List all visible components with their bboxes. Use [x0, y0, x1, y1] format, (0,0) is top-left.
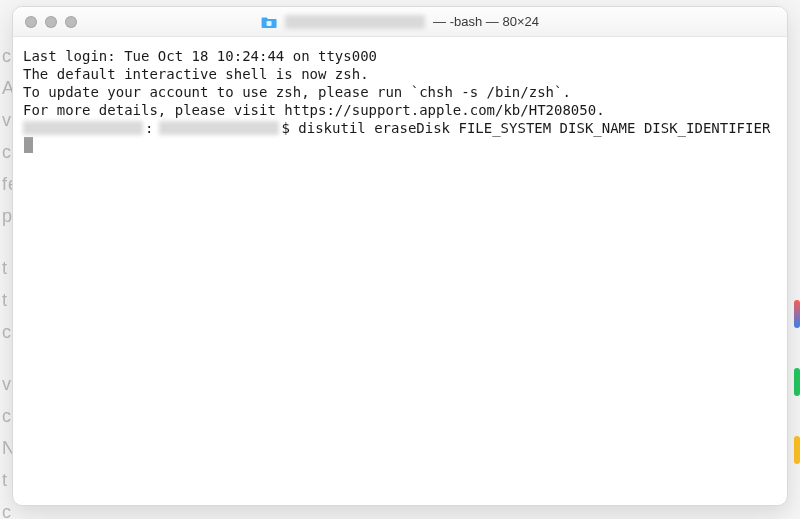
window-title: — -bash — 80×24 — [261, 14, 539, 29]
minimize-icon[interactable] — [45, 16, 57, 28]
close-icon[interactable] — [25, 16, 37, 28]
zoom-icon[interactable] — [65, 16, 77, 28]
path-redacted — [159, 121, 279, 135]
last-login-line: Last login: Tue Oct 18 10:24:44 on ttys0… — [23, 47, 777, 65]
zsh-notice-line: The default interactive shell is now zsh… — [23, 65, 777, 83]
command-text: diskutil eraseDisk FILE_SYSTEM DISK_NAME… — [290, 119, 770, 137]
prompt-line: :$ diskutil eraseDisk FILE_SYSTEM DISK_N… — [23, 119, 777, 153]
terminal-body[interactable]: Last login: Tue Oct 18 10:24:44 on ttys0… — [13, 37, 787, 505]
title-suffix: — -bash — 80×24 — [433, 14, 539, 29]
title-redacted — [285, 15, 425, 29]
cursor — [24, 137, 33, 153]
traffic-lights — [13, 16, 77, 28]
folder-icon — [261, 15, 277, 29]
hostname-redacted — [23, 121, 143, 135]
prompt-marker: $ — [281, 119, 289, 137]
terminal-window: — -bash — 80×24 Last login: Tue Oct 18 1… — [12, 6, 788, 506]
zsh-notice-line: To update your account to use zsh, pleas… — [23, 83, 777, 101]
svg-rect-0 — [267, 21, 272, 26]
zsh-notice-line: For more details, please visit https://s… — [23, 101, 777, 119]
titlebar[interactable]: — -bash — 80×24 — [13, 7, 787, 37]
